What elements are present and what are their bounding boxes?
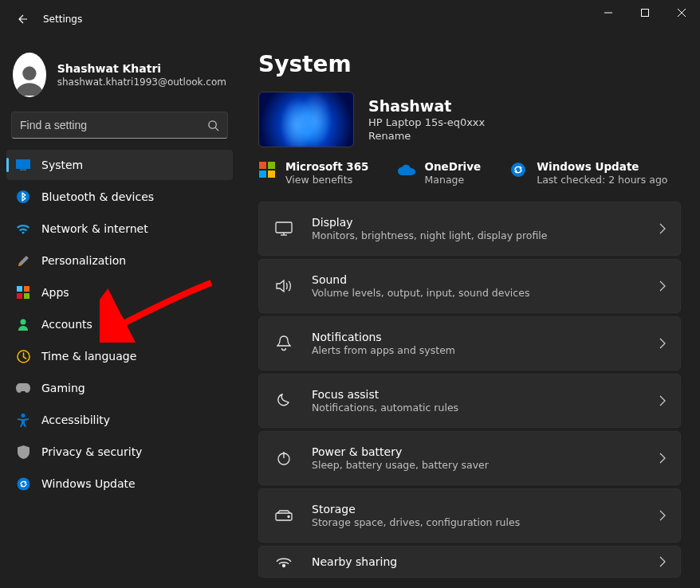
person-icon [16, 317, 30, 331]
svg-line-4 [215, 127, 218, 131]
sidebar-item-label: Network & internet [41, 222, 148, 235]
service-title: Microsoft 365 [285, 160, 369, 173]
svg-rect-1 [642, 10, 649, 17]
service-sub: Last checked: 2 hours ago [537, 174, 667, 186]
row-sub: Alerts from apps and system [312, 344, 659, 356]
row-sub: Volume levels, output, input, sound devi… [312, 287, 659, 299]
brush-icon [16, 253, 30, 268]
svg-point-12 [21, 319, 26, 325]
nav: System Bluetooth & devices Network & int… [6, 150, 233, 499]
rename-link[interactable]: Rename [368, 130, 485, 142]
svg-rect-19 [268, 171, 275, 178]
close-button[interactable] [663, 0, 700, 25]
sidebar-item-label: Privacy & security [41, 445, 142, 458]
svg-rect-17 [268, 162, 275, 169]
svg-rect-10 [17, 293, 22, 299]
row-sub: Storage space, drives, configuration rul… [312, 516, 659, 528]
row-title: Nearby sharing [312, 555, 659, 568]
row-title: Notifications [312, 331, 659, 343]
svg-rect-11 [24, 293, 29, 299]
system-icon [16, 158, 30, 172]
chevron-right-icon [659, 280, 666, 292]
row-title: Focus assist [312, 388, 659, 401]
sidebar-item-apps[interactable]: Apps [6, 277, 233, 308]
main: System Shashwat HP Laptop 15s-eq0xxx Ren… [239, 38, 700, 588]
services-row: Microsoft 365 View benefits OneDrive Man… [258, 160, 681, 186]
service-sub: View benefits [285, 174, 369, 186]
window-title: Settings [43, 14, 82, 25]
svg-rect-9 [24, 286, 29, 292]
row-focus-assist[interactable]: Focus assist Notifications, automatic ru… [258, 374, 681, 428]
service-windows-update[interactable]: Windows Update Last checked: 2 hours ago [509, 160, 667, 186]
sidebar-item-label: Accessibility [41, 414, 110, 426]
device-block: Shashwat HP Laptop 15s-eq0xxx Rename [258, 92, 681, 147]
device-name: Shashwat [368, 97, 485, 115]
svg-rect-16 [259, 162, 266, 169]
user-email: shashwat.khatri1993@outlook.com [57, 76, 226, 88]
maximize-button[interactable] [627, 0, 663, 25]
power-icon [273, 448, 294, 468]
accessibility-icon [16, 413, 30, 427]
user-block[interactable]: Shashwat Khatri shashwat.khatri1993@outl… [6, 38, 233, 112]
service-onedrive[interactable]: OneDrive Manage [398, 160, 482, 186]
svg-point-20 [511, 163, 525, 177]
row-sub: Monitors, brightness, night light, displ… [312, 229, 659, 241]
chevron-right-icon [659, 556, 666, 567]
device-model: HP Laptop 15s-eq0xxx [368, 116, 485, 128]
svg-point-27 [288, 516, 289, 518]
avatar [13, 53, 46, 97]
sidebar-item-system[interactable]: System [6, 150, 233, 180]
bluetooth-icon [16, 190, 30, 204]
sidebar: Shashwat Khatri shashwat.khatri1993@outl… [0, 38, 239, 588]
sidebar-item-label: Gaming [41, 382, 85, 394]
row-title: Power & battery [312, 445, 659, 458]
sidebar-item-privacy[interactable]: Privacy & security [6, 437, 233, 467]
drive-icon [273, 505, 294, 526]
row-sound[interactable]: Sound Volume levels, output, input, soun… [258, 259, 681, 313]
service-title: OneDrive [425, 160, 482, 173]
svg-point-2 [22, 66, 36, 80]
row-title: Storage [312, 503, 659, 515]
back-button[interactable] [13, 10, 32, 29]
row-nearby-sharing[interactable]: Nearby sharing [258, 546, 681, 578]
microsoft-365-icon [258, 161, 276, 178]
row-display[interactable]: Display Monitors, brightness, night ligh… [258, 202, 681, 256]
sidebar-item-time-language[interactable]: Time & language [6, 341, 233, 371]
sidebar-item-bluetooth[interactable]: Bluetooth & devices [6, 182, 233, 212]
desktop-preview[interactable] [258, 92, 354, 147]
search-box[interactable] [11, 112, 228, 139]
sidebar-item-accessibility[interactable]: Accessibility [6, 405, 233, 435]
sidebar-item-label: Personalization [41, 254, 126, 267]
chevron-right-icon [659, 510, 666, 521]
row-notifications[interactable]: Notifications Alerts from apps and syste… [258, 316, 681, 370]
svg-rect-5 [16, 159, 30, 169]
share-icon [273, 551, 294, 572]
search-input[interactable] [20, 119, 207, 131]
window-controls [590, 0, 700, 25]
sidebar-item-windows-update[interactable]: Windows Update [6, 468, 233, 499]
search-icon [207, 120, 219, 131]
minimize-button[interactable] [590, 0, 627, 25]
service-microsoft365[interactable]: Microsoft 365 View benefits [258, 160, 369, 186]
settings-list: Display Monitors, brightness, night ligh… [258, 202, 681, 578]
sidebar-item-label: Apps [41, 286, 69, 299]
row-storage[interactable]: Storage Storage space, drives, configura… [258, 488, 681, 543]
sidebar-item-label: Bluetooth & devices [41, 190, 154, 203]
sidebar-item-personalization[interactable]: Personalization [6, 245, 233, 276]
service-sub: Manage [425, 174, 482, 186]
chevron-right-icon [659, 453, 666, 464]
chevron-right-icon [659, 223, 666, 234]
row-title: Display [312, 216, 659, 229]
sidebar-item-accounts[interactable]: Accounts [6, 309, 233, 339]
moon-icon [273, 390, 294, 411]
svg-point-28 [283, 565, 285, 567]
row-sub: Sleep, battery usage, battery saver [312, 459, 659, 471]
row-power-battery[interactable]: Power & battery Sleep, battery usage, ba… [258, 431, 681, 485]
svg-point-15 [17, 477, 29, 490]
clock-globe-icon [16, 349, 30, 363]
sidebar-item-gaming[interactable]: Gaming [6, 373, 233, 403]
onedrive-icon [398, 161, 415, 178]
page-title: System [258, 51, 681, 77]
update-icon [16, 476, 30, 491]
sidebar-item-network[interactable]: Network & internet [6, 214, 233, 244]
